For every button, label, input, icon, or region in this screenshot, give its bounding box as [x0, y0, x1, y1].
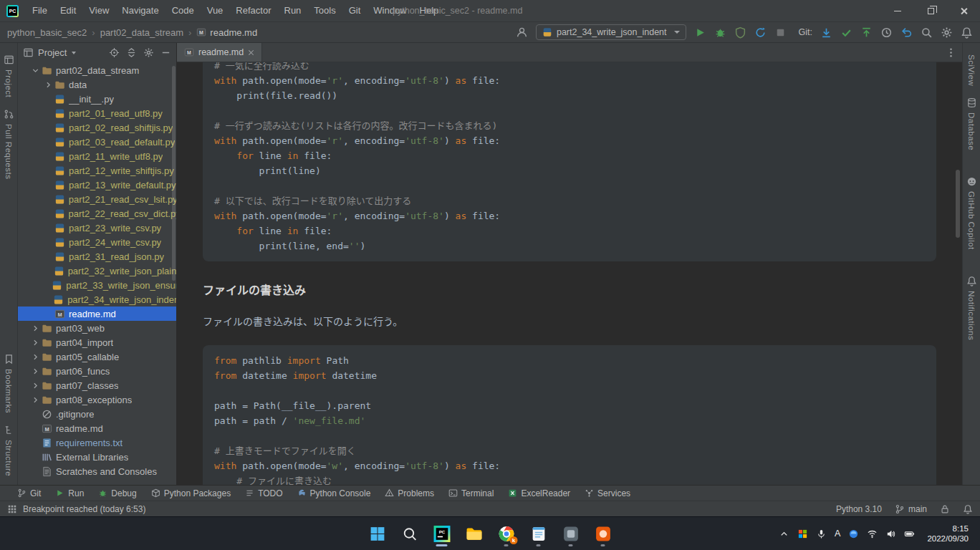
chevron-right-icon[interactable] — [44, 80, 53, 90]
status-message[interactable]: Breakpoint reached (today 6:53) — [23, 504, 145, 514]
toolwindow-button-github-copilot[interactable]: GitHub Copilot — [966, 176, 977, 250]
battery-icon[interactable] — [904, 529, 915, 539]
tree-item-part05-callable[interactable]: part05_callable — [18, 349, 176, 364]
menu-file[interactable]: File — [26, 0, 54, 21]
user-icon[interactable] — [516, 26, 528, 39]
tab-readme[interactable]: M readme.md — [177, 43, 262, 62]
toolwindow-problems[interactable]: Problems — [378, 486, 441, 501]
tree-item-part03-web[interactable]: part03_web — [18, 321, 176, 335]
taskbar-search[interactable] — [395, 519, 424, 548]
restore-button[interactable] — [914, 0, 947, 21]
update-project-button[interactable] — [820, 26, 832, 39]
volume-icon[interactable] — [885, 529, 896, 539]
taskbar-pycharm[interactable]: PC — [428, 519, 456, 548]
tree-item-requirements-txt[interactable]: requirements.txt — [18, 435, 176, 450]
tray-blue-icon[interactable] — [848, 529, 859, 539]
menu-vue[interactable]: Vue — [201, 0, 230, 21]
chevron-right-icon[interactable] — [31, 352, 40, 362]
settings-button[interactable] — [941, 26, 953, 39]
toolwindow-todo[interactable]: TODO — [238, 486, 289, 501]
menu-run[interactable]: Run — [278, 0, 308, 21]
tree-item-part2-02-read-shiftjis-py[interactable]: part2_02_read_shiftjis.py — [18, 120, 176, 135]
tree-item-part2-01-read-utf8-py[interactable]: part2_01_read_utf8.py — [18, 106, 176, 120]
debug-button[interactable] — [714, 26, 726, 39]
tree-item-readme-md[interactable]: Mreadme.md — [18, 307, 176, 321]
tree-item-part2-24-write-csv-py[interactable]: part2_24_write_csv.py — [18, 235, 176, 249]
chevron-right-icon[interactable] — [31, 338, 40, 347]
tree-item-part07-classes[interactable]: part07_classes — [18, 378, 176, 392]
locate-file-button[interactable] — [109, 47, 120, 58]
toolwindow-python-packages[interactable]: Python Packages — [144, 486, 238, 501]
wifi-icon[interactable] — [867, 529, 878, 539]
menu-code[interactable]: Code — [165, 0, 201, 21]
toolwindow-button-sciview[interactable]: SciView — [967, 54, 976, 86]
tree-item-external-libraries[interactable]: External Libraries — [18, 450, 176, 464]
tree-item-part2-32-write-json-plain-py[interactable]: part2_32_write_json_plain.py — [18, 264, 176, 278]
toolwindow-debug[interactable]: Debug — [91, 486, 143, 501]
menu-edit[interactable]: Edit — [54, 0, 82, 21]
tree-item-data[interactable]: data — [18, 77, 176, 92]
commit-button[interactable] — [840, 26, 852, 39]
python-interpreter[interactable]: Python 3.10 — [836, 504, 882, 514]
run-config-select[interactable]: part2_34_write_json_indent — [536, 24, 686, 40]
notifications-button[interactable] — [961, 26, 973, 39]
toolwindow-excelreader[interactable]: ExcelReader — [501, 486, 577, 501]
editor-options-icon[interactable] — [946, 47, 956, 58]
tree-item-part08-exceptions[interactable]: part08_exceptions — [18, 392, 176, 407]
menu-navigate[interactable]: Navigate — [115, 0, 165, 21]
taskbar-start[interactable] — [363, 519, 392, 548]
breadcrumb-readme-md[interactable]: Mreadme.md — [196, 27, 257, 38]
tree-item-part2-11-write-utf8-py[interactable]: part2_11_write_utf8.py — [18, 149, 176, 163]
profiler-button[interactable] — [754, 26, 767, 39]
coverage-button[interactable] — [734, 26, 746, 39]
tray-app-icon[interactable] — [797, 529, 808, 539]
tree-item-part06-funcs[interactable]: part06_funcs — [18, 364, 176, 378]
chevron-right-icon[interactable] — [31, 395, 40, 405]
chevron-right-icon[interactable] — [31, 324, 40, 333]
tree-item-part04-import[interactable]: part04_import — [18, 335, 176, 349]
tree-item-part2-12-write-shiftjis-py[interactable]: part2_12_write_shiftjis.py — [18, 163, 176, 178]
project-scrollbar[interactable] — [172, 66, 176, 281]
lock-icon[interactable] — [940, 504, 950, 514]
toolwindow-switcher-icon[interactable] — [7, 504, 17, 514]
editor-content[interactable]: # 一気に全行読み込むwith path.open(mode='r', enco… — [177, 62, 962, 485]
tree-item-part2-31-read-json-py[interactable]: part2_31_read_json.py — [18, 249, 176, 264]
chevron-right-icon[interactable] — [31, 367, 40, 376]
push-button[interactable] — [860, 26, 873, 39]
tree-item-part2-21-read-csv-lsit-py[interactable]: part2_21_read_csv_lsit.py — [18, 192, 176, 206]
menu-refactor[interactable]: Refactor — [229, 0, 277, 21]
history-button[interactable] — [880, 26, 893, 39]
minimize-button[interactable] — [881, 0, 914, 21]
search-everywhere-button[interactable] — [921, 26, 933, 39]
chevron-down-icon[interactable] — [72, 52, 76, 54]
tree-item-gitignore[interactable]: .gitignore — [18, 407, 176, 421]
menu-view[interactable]: View — [82, 0, 115, 21]
tree-item-part2-03-read-default-py[interactable]: part2_03_read_default.py — [18, 135, 176, 149]
taskbar-app-gray[interactable] — [557, 519, 585, 548]
taskbar-app-orange[interactable] — [589, 519, 618, 548]
menu-git[interactable]: Git — [342, 0, 368, 21]
close-tab-icon[interactable] — [248, 49, 254, 56]
tree-item-readme-md[interactable]: Mreadme.md — [18, 421, 176, 435]
panel-options-button[interactable] — [143, 47, 154, 58]
taskbar-explorer[interactable] — [460, 519, 489, 548]
toolwindow-run[interactable]: Run — [48, 486, 91, 501]
tree-item-part2-23-write-csv-py[interactable]: part2_23_write_csv.py — [18, 221, 176, 235]
rollback-button[interactable] — [900, 26, 913, 39]
breadcrumb-part02-data-stream[interactable]: part02_data_stream — [100, 27, 183, 38]
toolwindow-git[interactable]: Git — [10, 486, 48, 501]
hide-panel-button[interactable] — [160, 47, 171, 58]
breadcrumb-python-basic-sec2[interactable]: python_basic_sec2 — [7, 27, 87, 38]
taskbar-chrome[interactable]: k — [492, 519, 521, 548]
toolwindow-button-project[interactable]: Project — [4, 54, 14, 97]
editor-scrollbar[interactable] — [956, 170, 960, 238]
toolwindow-button-bookmarks[interactable]: Bookmarks — [4, 354, 14, 413]
tree-item-part2-33-write-json-ensure-ascii-py[interactable]: part2_33_write_json_ensure_ascii.py — [18, 278, 176, 292]
chevron-down-icon[interactable] — [31, 66, 40, 75]
status-notifications-icon[interactable] — [963, 504, 973, 514]
ime-indicator[interactable]: A — [835, 529, 840, 539]
tree-item-part2-13-write-default-py[interactable]: part2_13_write_default.py — [18, 178, 176, 192]
collapse-all-button[interactable] — [126, 47, 137, 58]
chevron-right-icon[interactable] — [31, 381, 40, 390]
menu-tools[interactable]: Tools — [307, 0, 342, 21]
